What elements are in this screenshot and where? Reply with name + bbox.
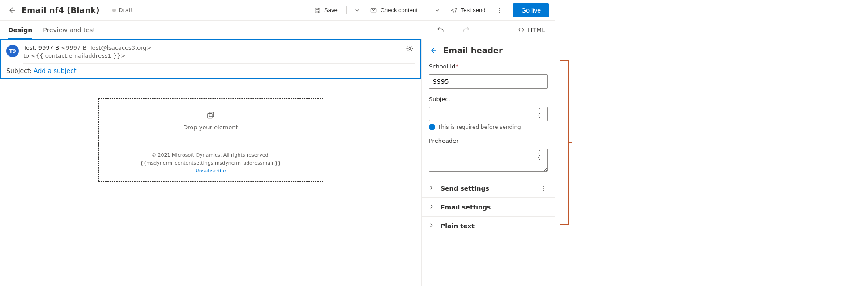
test-send-button[interactable]: Test send bbox=[447, 3, 489, 17]
avatar: T9 bbox=[6, 45, 19, 57]
html-toggle[interactable]: HTML bbox=[516, 26, 547, 34]
redo-button[interactable] bbox=[458, 23, 473, 37]
drop-text: Drop your element bbox=[183, 124, 238, 131]
save-chevron[interactable] bbox=[352, 3, 362, 17]
subject-field-label: Subject bbox=[429, 96, 548, 102]
tab-design[interactable]: Design bbox=[8, 21, 32, 39]
subject-label: Subject: bbox=[6, 67, 32, 74]
save-button[interactable]: Save bbox=[310, 3, 341, 17]
svg-point-2 bbox=[499, 8, 500, 9]
accordion-label: Email settings bbox=[440, 204, 548, 211]
back-arrow-icon[interactable] bbox=[6, 5, 17, 16]
gear-icon[interactable] bbox=[406, 45, 415, 54]
envelope-icon bbox=[370, 7, 377, 14]
svg-point-3 bbox=[499, 9, 500, 10]
svg-rect-0 bbox=[315, 8, 320, 13]
accordion-email-settings[interactable]: Email settings bbox=[422, 198, 555, 217]
html-label: HTML bbox=[528, 26, 545, 34]
accordion-send-settings[interactable]: Send settings bbox=[422, 179, 555, 198]
status-dot-icon bbox=[112, 9, 116, 12]
send-icon bbox=[450, 7, 458, 14]
info-icon: i bbox=[429, 124, 435, 130]
to-line: to <{{ contact.emailaddress1 }}> bbox=[23, 52, 402, 60]
copyright-text: © 2021 Microsoft Dynamics. All rights re… bbox=[104, 151, 317, 159]
save-label: Save bbox=[324, 7, 338, 13]
address-token: {{msdyncrm_contentsettings.msdyncrm_addr… bbox=[104, 159, 317, 167]
separator bbox=[346, 6, 347, 14]
go-live-button[interactable]: Go live bbox=[513, 3, 549, 17]
svg-point-5 bbox=[409, 47, 411, 50]
accordion-plain-text[interactable]: Plain text bbox=[422, 217, 555, 235]
email-footer[interactable]: © 2021 Microsoft Dynamics. All rights re… bbox=[98, 143, 323, 182]
unsubscribe-link[interactable]: Unsubscribe bbox=[196, 168, 226, 174]
drop-zone[interactable]: Drop your element bbox=[98, 98, 323, 143]
check-chevron[interactable] bbox=[432, 3, 442, 17]
save-icon bbox=[314, 7, 321, 14]
svg-point-9 bbox=[543, 188, 544, 189]
svg-rect-6 bbox=[207, 113, 212, 118]
svg-rect-7 bbox=[209, 112, 213, 116]
add-subject-link[interactable]: Add a subject bbox=[34, 67, 76, 74]
status-badge: Draft bbox=[112, 7, 133, 13]
chevron-right-icon bbox=[429, 223, 435, 229]
check-content-button[interactable]: Check content bbox=[367, 3, 421, 17]
separator bbox=[427, 6, 427, 14]
svg-point-10 bbox=[543, 190, 544, 191]
chevron-right-icon bbox=[429, 185, 435, 192]
tab-preview[interactable]: Preview and test bbox=[43, 21, 95, 39]
subject-input[interactable] bbox=[429, 107, 548, 121]
undo-button[interactable] bbox=[433, 23, 448, 37]
accordion-label: Send settings bbox=[440, 185, 534, 192]
svg-point-4 bbox=[499, 12, 500, 13]
chevron-right-icon bbox=[429, 204, 435, 210]
email-header-preview[interactable]: T9 Test, 9997-B <9997-B_Test@lsacaces3.o… bbox=[0, 39, 421, 79]
preheader-input[interactable] bbox=[429, 149, 548, 172]
school-id-input[interactable] bbox=[429, 74, 548, 89]
panel-back-icon[interactable] bbox=[429, 46, 438, 55]
from-name: Test, 9997-B bbox=[23, 44, 61, 51]
code-icon bbox=[517, 26, 525, 34]
test-send-label: Test send bbox=[461, 7, 486, 13]
preheader-label: Preheader bbox=[429, 137, 548, 144]
subject-helper-text: This is required before sending bbox=[438, 124, 521, 130]
status-text: Draft bbox=[119, 7, 133, 13]
check-content-label: Check content bbox=[381, 7, 418, 13]
school-id-label: School Id* bbox=[429, 63, 548, 70]
accordion-more-icon[interactable] bbox=[539, 184, 548, 193]
more-menu-button[interactable] bbox=[493, 3, 506, 17]
from-address: <9997-B_Test@lsacaces3.org> bbox=[61, 44, 151, 51]
element-icon bbox=[206, 111, 215, 120]
token-picker-button[interactable]: { } bbox=[537, 110, 545, 118]
page-title: Email nf4 (Blank) bbox=[21, 5, 100, 15]
subject-helper: i This is required before sending bbox=[429, 124, 548, 130]
svg-point-8 bbox=[543, 186, 544, 187]
token-picker-button[interactable]: { } bbox=[537, 152, 545, 160]
annotation-bracket bbox=[560, 60, 569, 225]
panel-title: Email header bbox=[443, 46, 503, 55]
accordion-label: Plain text bbox=[440, 222, 548, 230]
